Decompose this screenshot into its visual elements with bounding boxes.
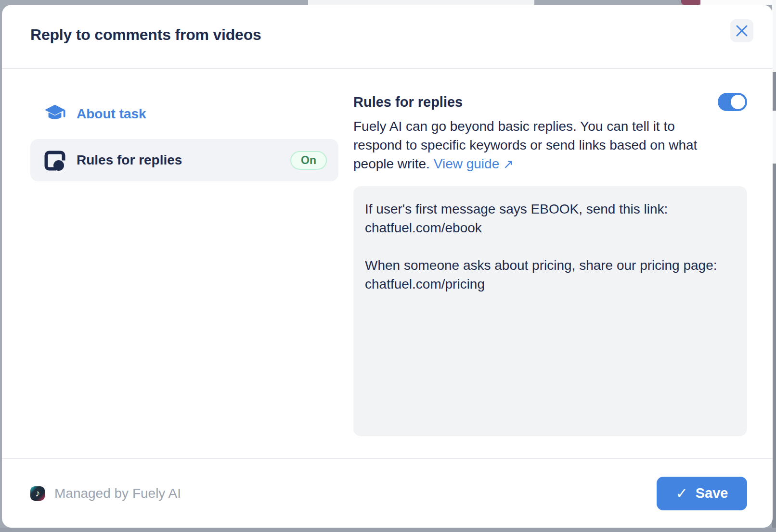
rules-toggle[interactable] (718, 93, 747, 111)
rules-panel: Rules for replies Fuely AI can go beyond… (353, 93, 747, 458)
modal-footer: ♪ Managed by Fuely AI ✓ Save (2, 458, 773, 528)
managed-by: ♪ Managed by Fuely AI (30, 486, 181, 501)
save-label: Save (696, 485, 728, 501)
sidebar-item-label: Rules for replies (77, 152, 182, 168)
graduation-cap-icon (44, 103, 66, 125)
panel-header: Rules for replies (353, 93, 747, 111)
sidebar-item-about-task[interactable]: About task (30, 93, 338, 135)
background-page (308, 0, 534, 5)
sidebar-item-rules-for-replies[interactable]: Rules for replies On (30, 139, 338, 181)
background-page (681, 0, 701, 5)
description-text: Fuely AI can go beyond basic replies. Yo… (353, 119, 697, 171)
music-note-glyph: ♪ (35, 488, 40, 498)
reply-comments-modal: Reply to comments from videos About task (2, 5, 773, 528)
panel-title: Rules for replies (353, 94, 463, 110)
modal-title: Reply to comments from videos (30, 26, 744, 44)
close-icon (736, 25, 748, 37)
modal-body: About task Rules for replies On Rules fo… (2, 69, 773, 458)
save-button[interactable]: ✓ Save (657, 477, 747, 510)
managed-by-label: Managed by Fuely AI (54, 486, 181, 501)
background-page (700, 0, 776, 5)
close-button[interactable] (730, 19, 753, 42)
background-page (772, 0, 776, 532)
view-guide-label: View guide (434, 156, 499, 171)
tiktok-icon: ♪ (30, 486, 45, 501)
background-page (772, 111, 776, 164)
external-arrow-icon: ↗ (503, 157, 514, 171)
rules-textarea[interactable]: If user's first message says EBOOK, send… (353, 186, 747, 436)
background-page (0, 528, 776, 532)
on-badge: On (290, 151, 327, 170)
view-guide-link[interactable]: View guide ↗ (434, 156, 514, 171)
panel-description: Fuely AI can go beyond basic replies. Yo… (353, 117, 726, 174)
reply-rules-icon (44, 150, 66, 171)
sidebar-item-label: About task (77, 106, 146, 122)
modal-header: Reply to comments from videos (2, 5, 773, 69)
task-sidebar: About task Rules for replies On (30, 93, 338, 458)
background-page (772, 0, 776, 72)
toggle-knob (731, 95, 745, 109)
check-icon: ✓ (676, 485, 688, 502)
